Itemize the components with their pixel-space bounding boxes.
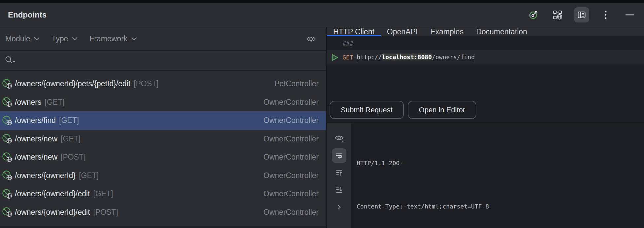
soft-wrap-button[interactable] bbox=[332, 148, 346, 163]
endpoint-method: [GET] bbox=[61, 134, 80, 143]
request-separator-line[interactable]: ### bbox=[327, 36, 644, 50]
scroll-to-end-button[interactable] bbox=[332, 183, 346, 197]
chevron-down-icon bbox=[34, 37, 40, 41]
endpoint-row[interactable]: /owners/{ownerId}/edit [POST] OwnerContr… bbox=[0, 203, 326, 222]
more-options-button[interactable] bbox=[598, 7, 613, 22]
response-line: Content-Type:·text/html;charset=UTF-8 bbox=[357, 199, 489, 214]
endpoint-path: /owners/{ownerId} bbox=[15, 171, 76, 180]
endpoint-controller: OwnerController bbox=[264, 171, 319, 180]
url-path: /owners/find bbox=[432, 54, 475, 60]
tab-label: OpenAPI bbox=[387, 27, 418, 36]
header-toolbar bbox=[526, 7, 637, 22]
endpoint-path: /owners/{ownerId}/pets/{petId}/edit bbox=[15, 79, 130, 88]
request-url[interactable]: http://localhost:8080/owners/find bbox=[357, 54, 475, 61]
request-mapping-icon bbox=[2, 189, 13, 199]
request-mapping-icon bbox=[2, 97, 13, 107]
endpoint-row[interactable]: /owners/{ownerId}/edit [GET] OwnerContro… bbox=[0, 185, 326, 203]
eye-icon bbox=[306, 35, 316, 43]
endpoint-path: /owners/{ownerId}/edit bbox=[15, 189, 90, 198]
request-method: GET bbox=[342, 54, 353, 61]
scroll-to-end-icon bbox=[335, 186, 343, 194]
response-toolbar bbox=[327, 123, 351, 228]
search-input[interactable] bbox=[0, 51, 326, 71]
dropdown-caret bbox=[341, 140, 343, 142]
details-tab-bar: HTTP Client OpenAPI Examples Documentati… bbox=[327, 27, 644, 36]
search-icon bbox=[5, 56, 16, 65]
endpoint-row[interactable]: /owners/new [GET] OwnerController bbox=[0, 130, 326, 148]
tab-http-client[interactable]: HTTP Client bbox=[327, 27, 381, 36]
scroll-to-top-icon bbox=[335, 169, 343, 177]
request-line[interactable]: GET·http://localhost:8080/owners/find bbox=[327, 50, 644, 64]
endpoint-row[interactable]: /owners [GET] OwnerController bbox=[0, 93, 326, 112]
panel-bottom-edge bbox=[0, 226, 326, 228]
url-host: localhost:8080 bbox=[382, 54, 432, 60]
endpoints-monitor-button[interactable] bbox=[526, 7, 541, 22]
type-filter-label: Type bbox=[51, 34, 68, 43]
response-line: HTTP/1.1·200· bbox=[357, 156, 489, 171]
url-mappings-icon bbox=[553, 10, 563, 20]
details-panel-icon bbox=[577, 10, 586, 19]
chevron-down-icon bbox=[131, 37, 137, 41]
whitespace-dot: · bbox=[353, 54, 357, 61]
endpoint-row[interactable]: /owners/{ownerId}/pets/{petId}/edit [POS… bbox=[0, 75, 326, 93]
request-mapping-icon bbox=[2, 115, 13, 126]
endpoint-path: /owners/{ownerId}/edit bbox=[15, 208, 90, 217]
module-filter-label: Module bbox=[5, 34, 30, 43]
tab-openapi[interactable]: OpenAPI bbox=[381, 27, 424, 36]
endpoint-controller: OwnerController bbox=[264, 134, 319, 143]
endpoint-method: [GET] bbox=[45, 98, 65, 107]
url-scheme: http:// bbox=[357, 54, 382, 60]
toggle-details-panel-button[interactable] bbox=[574, 7, 589, 22]
chevron-right-icon bbox=[335, 203, 343, 211]
open-in-editor-button[interactable]: Open in Editor bbox=[408, 101, 477, 119]
eye-icon bbox=[335, 134, 344, 143]
endpoint-details-panel: HTTP Client OpenAPI Examples Documentati… bbox=[327, 27, 644, 228]
url-mappings-button[interactable] bbox=[550, 7, 565, 22]
endpoint-controller: OwnerController bbox=[264, 98, 319, 107]
endpoint-method: [GET] bbox=[59, 116, 79, 125]
tool-window-header: Endpoints bbox=[0, 3, 644, 27]
http-client-editor: ### GET·http://localhost:8080/owners/fin… bbox=[327, 36, 644, 228]
search-options-caret bbox=[13, 61, 16, 63]
request-mapping-icon bbox=[2, 207, 13, 217]
tab-label: Documentation bbox=[476, 27, 527, 36]
endpoint-row[interactable]: /owners/new [POST] OwnerController bbox=[0, 148, 326, 167]
run-request-gutter[interactable] bbox=[327, 54, 342, 61]
endpoint-controller: OwnerController bbox=[264, 116, 319, 125]
soft-wrap-icon bbox=[335, 151, 343, 160]
tab-label: HTTP Client bbox=[333, 27, 374, 36]
request-separator: ### bbox=[342, 40, 353, 47]
filter-bar: Module Type Framework bbox=[0, 27, 326, 51]
endpoint-controller: PetController bbox=[274, 79, 319, 88]
module-filter-dropdown[interactable]: Module bbox=[5, 34, 40, 43]
endpoints-monitor-icon bbox=[529, 10, 538, 19]
chevron-down-icon bbox=[72, 37, 78, 41]
response-body[interactable]: HTTP/1.1·200· Content-Type:·text/html;ch… bbox=[351, 123, 489, 228]
submit-request-button[interactable]: Submit Request bbox=[330, 101, 404, 119]
scroll-to-top-button[interactable] bbox=[332, 166, 346, 180]
endpoint-row[interactable]: /owners/{ownerId} [GET] OwnerController bbox=[0, 167, 326, 185]
kebab-menu-icon bbox=[604, 10, 607, 20]
request-mapping-icon bbox=[2, 133, 13, 144]
endpoint-method: [POST] bbox=[61, 153, 85, 162]
run-request-icon bbox=[331, 54, 339, 61]
response-section: HTTP/1.1·200· Content-Type:·text/html;ch… bbox=[327, 123, 644, 228]
preview-toggle-button[interactable] bbox=[306, 35, 316, 43]
endpoint-list: /owners/{ownerId}/pets/{petId}/edit [POS… bbox=[0, 71, 326, 221]
request-mapping-icon bbox=[2, 170, 13, 181]
endpoint-row-selected[interactable]: /owners/find [GET] OwnerController bbox=[0, 111, 326, 130]
endpoint-controller: OwnerController bbox=[264, 153, 319, 162]
tab-documentation[interactable]: Documentation bbox=[470, 27, 533, 36]
minimize-button[interactable] bbox=[622, 7, 637, 22]
endpoint-method: [GET] bbox=[93, 189, 113, 198]
view-options-button[interactable] bbox=[332, 131, 346, 146]
minimize-icon bbox=[625, 14, 634, 16]
type-filter-dropdown[interactable]: Type bbox=[51, 34, 78, 43]
framework-filter-dropdown[interactable]: Framework bbox=[89, 34, 137, 43]
endpoint-method: [GET] bbox=[79, 171, 99, 180]
endpoint-method: [POST] bbox=[134, 79, 158, 88]
window-top-edge bbox=[0, 0, 644, 3]
tab-examples[interactable]: Examples bbox=[424, 27, 470, 36]
expand-toolbar-button[interactable] bbox=[332, 200, 346, 214]
tab-label: Examples bbox=[430, 27, 464, 36]
